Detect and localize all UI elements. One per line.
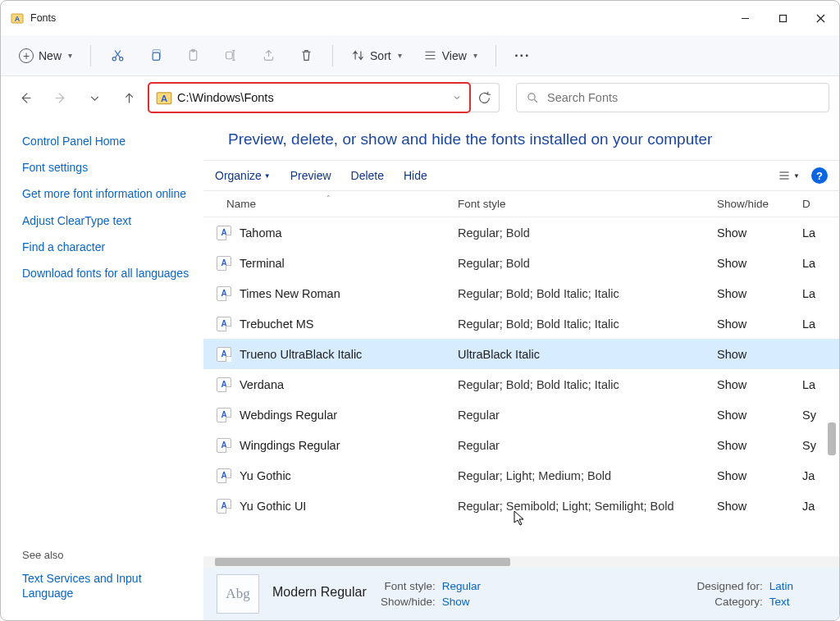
font-row[interactable]: AVerdanaRegular; Bold; Bold Italic; Ital…	[203, 369, 839, 400]
font-show: Show	[717, 409, 802, 422]
more-button[interactable]: ···	[506, 42, 539, 70]
sort-indicator-icon: ˄	[326, 194, 331, 203]
font-row[interactable]: AWebdings RegularRegularShowSy	[203, 400, 839, 430]
font-row[interactable]: AYu Gothic UIRegular; Semibold; Light; S…	[203, 491, 839, 521]
window-title: Fonts	[30, 12, 726, 24]
font-row[interactable]: ATrueno UltraBlack ItalicUltraBlack Ital…	[203, 339, 839, 369]
view-options-button[interactable]: ▼	[778, 169, 800, 182]
svg-text:A: A	[15, 15, 21, 23]
font-row[interactable]: ATimes New RomanRegular; Bold; Bold Ital…	[203, 278, 839, 308]
font-row[interactable]: ATahomaRegular; BoldShowLa	[203, 217, 839, 248]
search-box[interactable]	[516, 83, 829, 112]
font-show: Show	[717, 317, 802, 331]
col-font-style[interactable]: Font style	[458, 198, 717, 210]
sidebar-link-cp-home[interactable]: Control Panel Home	[22, 134, 195, 148]
fonts-window: A Fonts + New ▾ Sort ▾ View ▾	[0, 0, 840, 621]
details-font-name: Modern Regular	[272, 585, 367, 600]
font-style: Regular	[458, 409, 717, 422]
titlebar: A Fonts	[1, 1, 839, 35]
action-bar: Organize▼ Preview Delete Hide ▼ ?	[203, 160, 839, 191]
hide-button[interactable]: Hide	[404, 169, 427, 182]
recent-button[interactable]	[80, 83, 109, 112]
font-name: Times New Roman	[240, 287, 340, 300]
col-name[interactable]: Name˄	[203, 198, 458, 210]
font-name: Webdings Regular	[240, 409, 337, 422]
see-also-label: See also	[22, 549, 195, 561]
cut-button[interactable]	[101, 42, 134, 70]
address-bar[interactable]: A	[148, 83, 470, 112]
back-button[interactable]	[11, 83, 40, 112]
font-designed: La	[802, 226, 839, 240]
sort-button[interactable]: Sort ▾	[343, 42, 410, 70]
scrollbar-thumb[interactable]	[828, 422, 836, 455]
font-style: Regular; Bold	[458, 226, 717, 240]
toolbar: + New ▾ Sort ▾ View ▾ ···	[1, 35, 839, 76]
sidebar-link-cleartype[interactable]: Adjust ClearType text	[22, 213, 195, 228]
address-input[interactable]	[177, 91, 445, 104]
font-designed: La	[802, 287, 839, 300]
copy-button[interactable]	[139, 42, 171, 70]
svg-line-23	[534, 99, 536, 102]
font-name: Tahoma	[240, 226, 282, 240]
font-file-icon: A	[217, 377, 231, 392]
sidebar-link-more-info[interactable]: Get more font information online	[22, 186, 195, 201]
svg-rect-3	[779, 15, 786, 21]
font-file-icon: A	[217, 347, 231, 362]
view-label: View	[442, 49, 467, 62]
font-name: Trueno UltraBlack Italic	[240, 348, 362, 361]
maximize-button[interactable]	[764, 2, 801, 34]
refresh-button[interactable]	[470, 83, 500, 112]
up-button[interactable]	[114, 83, 144, 112]
details-show-value[interactable]: Show	[442, 596, 470, 608]
sort-icon	[351, 48, 365, 62]
sidebar-link-download-fonts[interactable]: Download fonts for all languages	[22, 266, 195, 281]
close-button[interactable]	[801, 2, 839, 34]
sort-label: Sort	[370, 49, 391, 62]
details-designed-value[interactable]: Latin	[769, 580, 793, 592]
col-designed[interactable]: D	[802, 198, 839, 210]
rename-button[interactable]	[214, 42, 247, 70]
address-dropdown[interactable]	[445, 94, 469, 102]
details-style-label: Font style:	[375, 580, 436, 592]
font-show: Show	[717, 500, 802, 513]
details-style-value[interactable]: Regular	[442, 580, 481, 592]
font-file-icon: A	[217, 468, 231, 483]
scrollbar-thumb[interactable]	[215, 558, 510, 566]
chevron-down-icon: ▾	[473, 51, 477, 60]
font-show: Show	[717, 469, 802, 482]
sidebar-link-find-char[interactable]: Find a character	[22, 240, 195, 254]
sidebar-link-font-settings[interactable]: Font settings	[22, 160, 195, 175]
font-row[interactable]: AYu GothicRegular; Light; Medium; BoldSh…	[203, 460, 839, 491]
font-row[interactable]: AWingdings RegularRegularShowSy	[203, 430, 839, 460]
font-file-icon: A	[217, 256, 231, 271]
search-input[interactable]	[547, 91, 819, 104]
preview-button[interactable]: Preview	[290, 169, 331, 182]
forward-button[interactable]	[45, 83, 75, 112]
delete-action-button[interactable]: Delete	[351, 169, 384, 182]
col-show-hide[interactable]: Show/hide	[717, 198, 802, 210]
view-button[interactable]: View ▾	[415, 42, 486, 70]
sidebar-link-text-services[interactable]: Text Services and Input Language	[22, 571, 195, 600]
font-row[interactable]: ATrebuchet MSRegular; Bold; Bold Italic;…	[203, 308, 839, 339]
paste-button[interactable]	[176, 42, 209, 70]
font-designed: La	[802, 257, 839, 270]
organize-button[interactable]: Organize▼	[215, 169, 271, 182]
minimize-button[interactable]	[726, 2, 764, 34]
font-row[interactable]: ATerminalRegular; BoldShowLa	[203, 248, 839, 278]
new-button[interactable]: + New ▾	[11, 42, 80, 70]
font-file-icon: A	[217, 317, 231, 331]
font-show: Show	[717, 348, 802, 361]
font-style: Regular; Light; Medium; Bold	[458, 469, 717, 482]
details-category-label: Category:	[687, 596, 763, 608]
font-designed: Ja	[802, 500, 839, 513]
share-button[interactable]	[252, 42, 285, 70]
details-category-value[interactable]: Text	[769, 596, 790, 608]
font-style: Regular; Semibold; Light; Semilight; Bol…	[458, 500, 717, 513]
font-style: Regular; Bold; Bold Italic; Italic	[458, 317, 717, 331]
font-preview-tile: Abg	[217, 574, 259, 614]
help-button[interactable]: ?	[811, 167, 828, 184]
font-file-icon: A	[217, 499, 231, 514]
horizontal-scrollbar[interactable]	[203, 556, 839, 568]
vertical-scrollbar[interactable]	[828, 373, 838, 463]
delete-button[interactable]	[290, 42, 322, 70]
